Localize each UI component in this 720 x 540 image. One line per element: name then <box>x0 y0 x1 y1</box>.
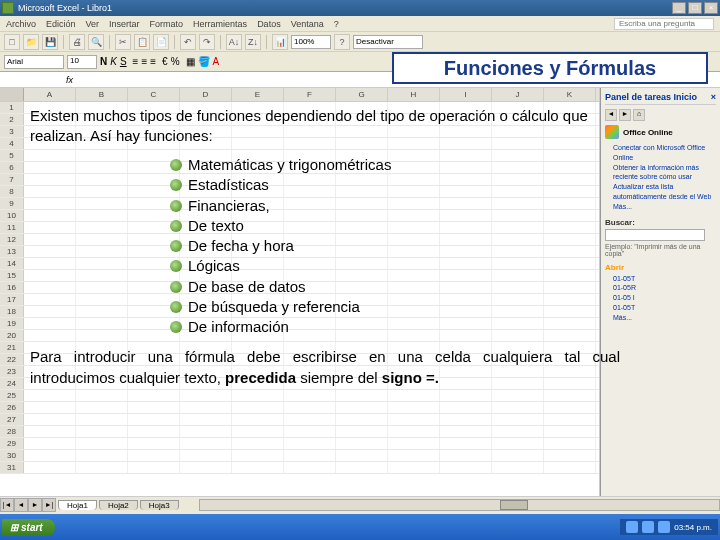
cell[interactable] <box>440 402 492 413</box>
cell[interactable] <box>336 414 388 425</box>
taskpane-link[interactable]: Actualizar esta lista automáticamente de… <box>613 182 716 202</box>
col-header[interactable]: A <box>24 88 76 101</box>
cell[interactable] <box>232 438 284 449</box>
cell[interactable] <box>388 414 440 425</box>
col-header[interactable]: C <box>128 88 180 101</box>
recent-file[interactable]: 01-05T <box>613 303 716 313</box>
cell[interactable] <box>388 426 440 437</box>
cell[interactable] <box>492 438 544 449</box>
col-header[interactable]: G <box>336 88 388 101</box>
paste-button[interactable]: 📄 <box>153 34 169 50</box>
cell[interactable] <box>128 390 180 401</box>
cell[interactable] <box>336 390 388 401</box>
recent-file[interactable]: 01-05T <box>613 274 716 284</box>
cell[interactable] <box>440 462 492 473</box>
row-header[interactable]: 29 <box>0 438 24 449</box>
cell[interactable] <box>180 402 232 413</box>
cell[interactable] <box>336 426 388 437</box>
cell[interactable] <box>336 438 388 449</box>
taskpane-link[interactable]: Conectar con Microsoft Office Online <box>613 143 716 163</box>
cell[interactable] <box>24 402 76 413</box>
cell[interactable] <box>492 414 544 425</box>
cell[interactable] <box>180 414 232 425</box>
row-header[interactable]: 1 <box>0 102 24 113</box>
align-left-button[interactable]: ≡ <box>133 56 139 67</box>
recent-file[interactable]: 01-05 I <box>613 293 716 303</box>
row-header[interactable]: 11 <box>0 222 24 233</box>
scroll-thumb[interactable] <box>500 500 528 510</box>
col-header[interactable]: B <box>76 88 128 101</box>
row-header[interactable]: 28 <box>0 426 24 437</box>
cell[interactable] <box>24 390 76 401</box>
col-header[interactable]: E <box>232 88 284 101</box>
zoom-select[interactable]: 100% <box>291 35 331 49</box>
col-header[interactable]: F <box>284 88 336 101</box>
minimize-button[interactable]: _ <box>672 2 686 14</box>
cell[interactable] <box>492 402 544 413</box>
align-right-button[interactable]: ≡ <box>150 56 156 67</box>
row-header[interactable]: 7 <box>0 174 24 185</box>
row-header[interactable]: 17 <box>0 294 24 305</box>
cell[interactable] <box>128 414 180 425</box>
fx-button[interactable]: fx <box>60 75 79 85</box>
menu-formato[interactable]: Formato <box>150 19 184 29</box>
cell[interactable] <box>544 438 596 449</box>
menu-insertar[interactable]: Insertar <box>109 19 140 29</box>
undo-button[interactable]: ↶ <box>180 34 196 50</box>
cell[interactable] <box>388 438 440 449</box>
row-header[interactable]: 26 <box>0 402 24 413</box>
bold-button[interactable]: N <box>100 56 107 67</box>
cell[interactable] <box>284 426 336 437</box>
cell[interactable] <box>388 450 440 461</box>
redo-button[interactable]: ↷ <box>199 34 215 50</box>
help-button[interactable]: ? <box>334 34 350 50</box>
row-header[interactable]: 12 <box>0 234 24 245</box>
cell[interactable] <box>440 426 492 437</box>
menu-edicion[interactable]: Edición <box>46 19 76 29</box>
cell[interactable] <box>232 450 284 461</box>
row-header[interactable]: 25 <box>0 390 24 401</box>
cell[interactable] <box>180 462 232 473</box>
italic-button[interactable]: K <box>110 56 117 67</box>
cell[interactable] <box>284 438 336 449</box>
row-header[interactable]: 16 <box>0 282 24 293</box>
row-header[interactable]: 31 <box>0 462 24 473</box>
taskpane-close-icon[interactable]: × <box>711 92 716 102</box>
cell[interactable] <box>492 426 544 437</box>
menu-herramientas[interactable]: Herramientas <box>193 19 247 29</box>
cell[interactable] <box>232 426 284 437</box>
col-header[interactable]: K <box>544 88 596 101</box>
open-button[interactable]: 📁 <box>23 34 39 50</box>
row-header[interactable]: 9 <box>0 198 24 209</box>
cell[interactable] <box>24 450 76 461</box>
font-name-select[interactable]: Arial <box>4 55 64 69</box>
new-button[interactable]: □ <box>4 34 20 50</box>
cell[interactable] <box>440 450 492 461</box>
cell[interactable] <box>336 462 388 473</box>
col-header[interactable]: I <box>440 88 492 101</box>
research-dropdown[interactable]: Desactivar <box>353 35 423 49</box>
cell[interactable] <box>388 390 440 401</box>
cell[interactable] <box>284 414 336 425</box>
menu-archivo[interactable]: Archivo <box>6 19 36 29</box>
cell[interactable] <box>492 462 544 473</box>
col-header[interactable]: D <box>180 88 232 101</box>
cell[interactable] <box>440 390 492 401</box>
cut-button[interactable]: ✂ <box>115 34 131 50</box>
cell[interactable] <box>180 438 232 449</box>
row-header[interactable]: 4 <box>0 138 24 149</box>
cell[interactable] <box>128 438 180 449</box>
row-header[interactable]: 19 <box>0 318 24 329</box>
row-header[interactable]: 20 <box>0 330 24 341</box>
recent-file[interactable]: 01-05R <box>613 283 716 293</box>
cell[interactable] <box>128 450 180 461</box>
tray-icon[interactable] <box>626 521 638 533</box>
col-header[interactable]: J <box>492 88 544 101</box>
taskpane-link[interactable]: Obtener la información más reciente sobr… <box>613 163 716 183</box>
cell[interactable] <box>76 390 128 401</box>
help-search-input[interactable] <box>614 18 714 30</box>
menu-datos[interactable]: Datos <box>257 19 281 29</box>
sort-asc-button[interactable]: A↓ <box>226 34 242 50</box>
tab-last-button[interactable]: ►| <box>42 498 56 512</box>
cell[interactable] <box>128 426 180 437</box>
